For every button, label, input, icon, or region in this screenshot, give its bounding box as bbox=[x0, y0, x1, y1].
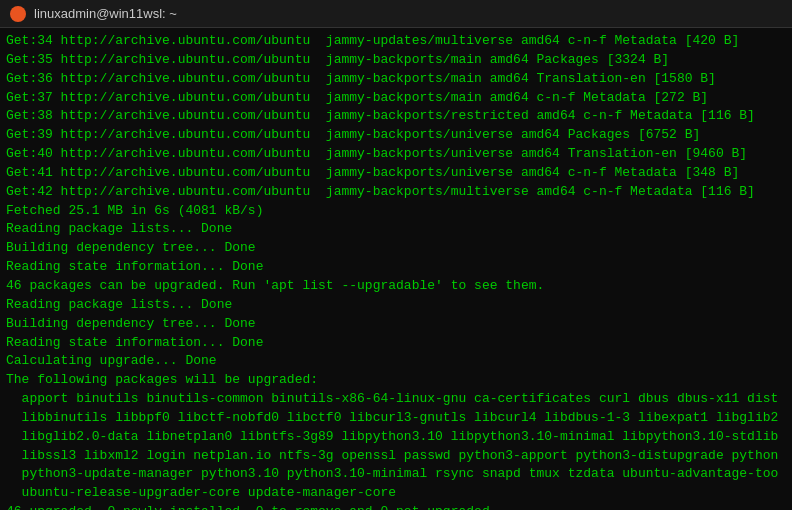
terminal-line: Reading state information... Done bbox=[6, 258, 786, 277]
terminal-line: Get:37 http://archive.ubuntu.com/ubuntu … bbox=[6, 89, 786, 108]
terminal-line: ubuntu-release-upgrader-core update-mana… bbox=[6, 484, 786, 503]
terminal-line: Get:35 http://archive.ubuntu.com/ubuntu … bbox=[6, 51, 786, 70]
terminal-body: Get:34 http://archive.ubuntu.com/ubuntu … bbox=[0, 28, 792, 510]
terminal-line: Get:40 http://archive.ubuntu.com/ubuntu … bbox=[6, 145, 786, 164]
terminal-line: Get:41 http://archive.ubuntu.com/ubuntu … bbox=[6, 164, 786, 183]
terminal-line: Get:38 http://archive.ubuntu.com/ubuntu … bbox=[6, 107, 786, 126]
terminal-line: Get:36 http://archive.ubuntu.com/ubuntu … bbox=[6, 70, 786, 89]
terminal-line: libglib2.0-data libnetplan0 libntfs-3g89… bbox=[6, 428, 786, 447]
terminal-line: python3-update-manager python3.10 python… bbox=[6, 465, 786, 484]
terminal-line: Get:39 http://archive.ubuntu.com/ubuntu … bbox=[6, 126, 786, 145]
ubuntu-icon bbox=[10, 6, 26, 22]
terminal-line: Reading package lists... Done bbox=[6, 220, 786, 239]
terminal-line: Calculating upgrade... Done bbox=[6, 352, 786, 371]
terminal-line: apport binutils binutils-common binutils… bbox=[6, 390, 786, 409]
terminal-line: libbinutils libbpf0 libctf-nobfd0 libctf… bbox=[6, 409, 786, 428]
terminal-line: Building dependency tree... Done bbox=[6, 239, 786, 258]
terminal-line: Get:42 http://archive.ubuntu.com/ubuntu … bbox=[6, 183, 786, 202]
terminal-line: Fetched 25.1 MB in 6s (4081 kB/s) bbox=[6, 202, 786, 221]
title-text: linuxadmin@win11wsl: ~ bbox=[34, 6, 177, 21]
terminal-line: libssl3 libxml2 login netplan.io ntfs-3g… bbox=[6, 447, 786, 466]
terminal-line: Get:34 http://archive.ubuntu.com/ubuntu … bbox=[6, 32, 786, 51]
terminal-line: Reading package lists... Done bbox=[6, 296, 786, 315]
terminal-line: 46 packages can be upgraded. Run 'apt li… bbox=[6, 277, 786, 296]
terminal-line: Reading state information... Done bbox=[6, 334, 786, 353]
terminal-line: 46 upgraded, 0 newly installed, 0 to rem… bbox=[6, 503, 786, 510]
terminal-line: The following packages will be upgraded: bbox=[6, 371, 786, 390]
title-bar: linuxadmin@win11wsl: ~ bbox=[0, 0, 792, 28]
terminal-line: Building dependency tree... Done bbox=[6, 315, 786, 334]
